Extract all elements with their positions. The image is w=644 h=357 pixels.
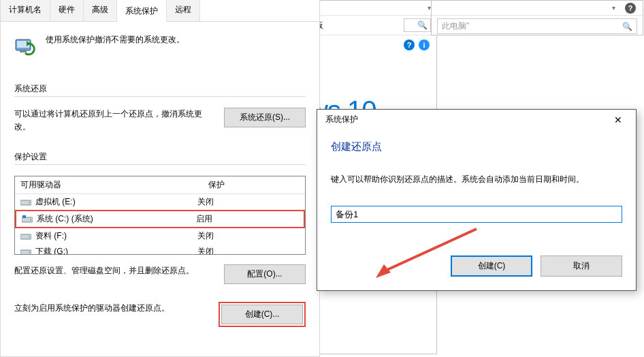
info-icon[interactable]: i (419, 40, 430, 50)
system-restore-button[interactable]: 系统还原(S)... (224, 108, 306, 127)
search-icon: 🔍 (622, 22, 632, 31)
section-title-restore: 系统还原 (14, 83, 306, 97)
drive-status: 关闭 (197, 246, 300, 254)
svg-point-8 (30, 219, 31, 220)
dialog-create-button[interactable]: 创建(C) (451, 255, 532, 277)
table-row[interactable]: 资料 (F:) 关闭 (15, 228, 305, 244)
drive-icon (20, 248, 31, 255)
col-header-protection: 保护 (203, 176, 305, 193)
tab-advanced[interactable]: 高级 (84, 0, 117, 21)
tab-remote[interactable]: 远程 (167, 0, 200, 21)
help-icon[interactable]: ? (404, 40, 415, 50)
search-placeholder: 此电脑" (442, 20, 469, 32)
tab-bar: 计算机名 硬件 高级 系统保护 远程 (1, 0, 319, 22)
drive-name: 资料 (F:) (35, 230, 67, 242)
svg-point-12 (29, 251, 30, 253)
system-protection-icon (14, 34, 36, 56)
drive-table: 可用驱动器 保护 虚拟机 (E:) 关闭 系统 (C:) (系统) 启用 (14, 176, 306, 255)
tab-computer-name[interactable]: 计算机名 (1, 0, 50, 21)
intro-text: 使用系统保护撤消不需要的系统更改。 (46, 34, 184, 46)
configure-button[interactable]: 配置(O)... (224, 264, 306, 284)
drive-name: 系统 (C:) (系统) (37, 213, 93, 225)
create-description: 立刻为启用系统保护的驱动器创建还原点。 (14, 302, 205, 315)
svg-rect-7 (22, 215, 26, 218)
drive-table-header: 可用驱动器 保护 (15, 176, 305, 194)
create-restore-point-dialog: 系统保护 ✕ 创建还原点 键入可以帮助你识别还原点的描述。系统会自动添加当前日期… (317, 109, 637, 291)
create-button-highlight: 创建(C)... (219, 302, 306, 327)
drive-name: 虚拟机 (E:) (35, 196, 76, 208)
search-icon: 🔍 (417, 20, 428, 30)
drive-status: 启用 (196, 213, 298, 225)
tab-hardware[interactable]: 硬件 (50, 0, 84, 21)
dialog-cancel-button[interactable]: 取消 (541, 255, 622, 277)
create-restore-point-button[interactable]: 创建(C)... (221, 305, 303, 324)
system-properties-panel: 计算机名 硬件 高级 系统保护 远程 使用系统保护撤消不需要的系统更改。 系统还… (0, 0, 320, 357)
dialog-titlebar[interactable]: 系统保护 ✕ (317, 110, 636, 129)
chevron-down-icon: ▾ (612, 4, 615, 12)
table-row[interactable]: 虚拟机 (E:) 关闭 (15, 194, 305, 210)
drive-icon (20, 198, 31, 206)
background-window-explorer: ▾ ? 此电脑" 🔍 (431, 0, 643, 35)
dialog-heading: 创建还原点 (331, 140, 622, 153)
dialog-description: 键入可以帮助你识别还原点的描述。系统会自动添加当前日期和时间。 (331, 174, 622, 185)
restore-description: 可以通过将计算机还原到上一个还原点，撤消系统更改。 (14, 108, 210, 134)
svg-rect-2 (20, 50, 27, 52)
svg-point-10 (29, 236, 30, 237)
col-header-drive: 可用驱动器 (15, 176, 203, 193)
drive-status: 关闭 (197, 230, 300, 242)
close-icon[interactable]: ✕ (605, 114, 632, 125)
search-box[interactable]: 此电脑" 🔍 (437, 18, 637, 34)
drive-icon (22, 215, 33, 223)
dialog-title: 系统保护 (325, 114, 358, 125)
search-box-bg[interactable]: 🔍 (404, 18, 431, 32)
drive-status: 关闭 (197, 196, 300, 208)
table-row[interactable]: 下载 (G:) 关闭 (15, 244, 305, 254)
drive-name: 下载 (G:) (35, 246, 68, 254)
tab-system-protection[interactable]: 系统保护 (117, 0, 167, 22)
configure-description: 配置还原设置、管理磁盘空间，并且删除还原点。 (14, 264, 210, 277)
restore-point-name-input[interactable] (331, 206, 622, 223)
section-title-protection: 保护设置 (14, 151, 306, 165)
svg-point-5 (29, 202, 30, 203)
drive-table-body[interactable]: 虚拟机 (E:) 关闭 系统 (C:) (系统) 启用 资料 (F:) (15, 194, 305, 254)
drive-icon (20, 232, 31, 240)
help-icon[interactable]: ? (625, 3, 636, 14)
table-row[interactable]: 系统 (C:) (系统) 启用 (15, 210, 305, 228)
